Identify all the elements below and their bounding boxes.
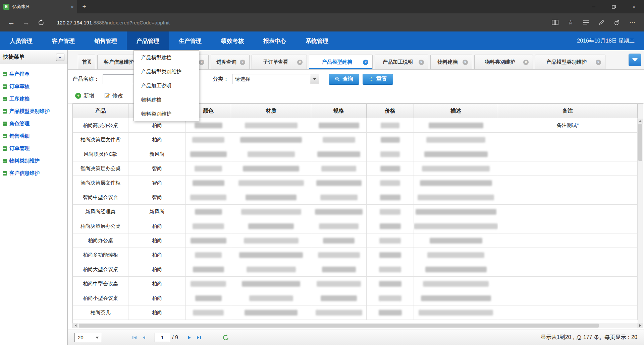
topnav-item-0[interactable]: 人员管理 — [0, 31, 42, 50]
vertical-scroll-thumb[interactable] — [638, 124, 642, 161]
table-row[interactable]: 智尚决策层文件柜智尚 — [73, 176, 638, 190]
menu-item-3[interactable]: 物料建档 — [134, 93, 199, 107]
tab-close-icon[interactable]: × — [297, 60, 303, 65]
tab-7[interactable]: 物料建档× — [430, 55, 472, 69]
sidebar-item-7[interactable]: 物料类别维护 — [3, 156, 65, 166]
table-row[interactable]: 柏尚决策层文件背柏尚 — [73, 133, 638, 147]
page-number-input[interactable] — [155, 333, 170, 342]
tab-9[interactable]: 产品模型类别维护× — [535, 55, 605, 69]
web-note-pen-icon[interactable] — [595, 16, 608, 28]
page-size-select[interactable]: 20 — [74, 333, 101, 342]
table-row[interactable]: 柏尚茶几柏尚 — [73, 305, 638, 320]
tab-close-icon[interactable]: × — [463, 60, 468, 65]
first-page-button[interactable] — [130, 333, 139, 342]
browser-tab-close-icon[interactable]: × — [71, 4, 74, 10]
tab-close-icon[interactable]: × — [199, 60, 204, 65]
menu-item-4[interactable]: 物料类别维护 — [134, 107, 199, 121]
table-row[interactable]: 风尚职员位C款新风尚 — [73, 147, 638, 161]
tab-close-icon[interactable]: × — [523, 60, 529, 65]
redacted-blob — [430, 238, 482, 244]
topnav-item-2[interactable]: 销售管理 — [85, 31, 127, 50]
window-close-button[interactable]: × — [624, 0, 644, 13]
menu-item-0[interactable]: 产品模型建档 — [134, 51, 199, 65]
select-dropdown-icon[interactable] — [310, 74, 319, 84]
tab-4[interactable]: 子订单查看× — [252, 55, 307, 69]
hub-icon[interactable] — [580, 16, 592, 28]
refresh-table-button[interactable] — [221, 333, 230, 342]
table-row[interactable]: 新风尚经理桌新风尚 — [73, 205, 638, 219]
add-button-label: 新增 — [84, 92, 94, 99]
cell-redacted — [367, 147, 414, 161]
sidebar-item-1[interactable]: 订单审核 — [3, 81, 65, 92]
table-row[interactable]: 柏尚中型会议桌柏尚 — [73, 277, 638, 291]
topnav-item-5[interactable]: 绩效考核 — [211, 31, 254, 50]
tab-6[interactable]: 产品加工说明× — [375, 55, 428, 69]
window-minimize-button[interactable]: ─ — [584, 0, 604, 13]
refresh-page-button[interactable] — [35, 16, 47, 28]
table-row[interactable]: 智尚决策层办公桌智尚 — [73, 161, 638, 176]
table-row[interactable]: 智尚中型会议台智尚 — [73, 190, 638, 205]
menu-item-1[interactable]: 产品模型类别维护 — [134, 65, 199, 79]
cell-redacted — [231, 291, 311, 305]
next-page-button[interactable] — [185, 333, 194, 342]
browser-tab[interactable]: E 亿尚家具 × — [0, 0, 77, 13]
sidebar-item-3[interactable]: 产品模型类别维护 — [3, 106, 65, 117]
table-row[interactable]: 柏尚多功能矮柜柏尚 — [73, 248, 638, 262]
sidebar-item-5[interactable]: 销售明细 — [3, 131, 65, 141]
cell-redacted — [311, 133, 367, 147]
tab-close-icon[interactable]: × — [596, 60, 601, 65]
topnav-item-1[interactable]: 客户管理 — [42, 31, 85, 50]
cell-redacted — [231, 277, 311, 291]
back-button[interactable]: ← — [5, 16, 17, 28]
prev-page-button[interactable] — [139, 333, 149, 342]
scroll-left-arrow[interactable] — [73, 323, 78, 328]
table-row[interactable]: 柏尚决策层办公桌柏尚 — [73, 219, 638, 233]
tab-0[interactable]: 首页 — [78, 55, 95, 69]
url-bar[interactable]: 120.27.194.191:8888/index.ered?reqCode=a… — [57, 20, 542, 25]
horizontal-scrollbar[interactable] — [72, 323, 643, 328]
horizontal-scroll-track[interactable] — [78, 323, 637, 328]
reset-button[interactable]: 重置 — [363, 74, 393, 85]
topnav-item-4[interactable]: 生产管理 — [169, 31, 211, 50]
tree-node-icon — [3, 109, 7, 114]
edit-button[interactable]: 修改 — [104, 92, 123, 99]
scroll-right-arrow[interactable] — [637, 323, 643, 328]
tab-3[interactable]: 进度查询× — [211, 55, 250, 69]
tab-overflow-button[interactable] — [629, 54, 641, 66]
tab-close-icon[interactable]: × — [240, 60, 245, 65]
vertical-scrollbar[interactable] — [638, 104, 643, 323]
horizontal-scroll-thumb[interactable] — [79, 324, 599, 328]
sidebar-item-4[interactable]: 角色管理 — [3, 119, 65, 129]
tab-label: 客户信息维护 — [102, 59, 136, 65]
table-row[interactable]: 柏尚大型会议桌柏尚 — [73, 262, 638, 277]
sidebar-item-2[interactable]: 工序建档 — [3, 94, 65, 104]
sidebar-item-8[interactable]: 客户信息维护 — [3, 168, 65, 179]
topnav-item-6[interactable]: 报表中心 — [254, 31, 296, 50]
redacted-blob — [421, 295, 491, 301]
scroll-up-arrow[interactable] — [638, 119, 643, 124]
topnav-item-3[interactable]: 产品管理 — [127, 31, 169, 50]
total-pages-label: / 9 — [172, 335, 178, 341]
share-icon[interactable] — [610, 16, 623, 28]
tab-5[interactable]: 产品模型建档× — [309, 55, 373, 69]
search-button[interactable]: 查询 — [329, 74, 359, 85]
last-page-button[interactable] — [194, 333, 204, 342]
menu-item-2[interactable]: 产品加工说明 — [134, 79, 199, 93]
sidebar-item-6[interactable]: 订单管理 — [3, 143, 65, 154]
reading-view-icon[interactable] — [549, 16, 561, 28]
tab-8[interactable]: 物料类别维护× — [474, 55, 533, 69]
category-select[interactable]: 请选择 — [232, 74, 319, 84]
tab-close-icon[interactable]: × — [363, 60, 368, 65]
window-restore-button[interactable] — [604, 0, 624, 13]
new-tab-button[interactable]: + — [77, 0, 91, 13]
add-button[interactable]: + 新增 — [75, 92, 94, 99]
more-actions-icon[interactable]: ⋯ — [626, 16, 639, 28]
forward-button[interactable]: → — [20, 16, 32, 28]
favorite-star-icon[interactable]: ☆ — [564, 16, 577, 28]
table-row[interactable]: 柏尚小型会议桌柏尚 — [73, 291, 638, 305]
table-row[interactable]: 柏尚办公桌柏尚 — [73, 233, 638, 248]
sidebar-collapse-button[interactable]: « — [56, 54, 64, 61]
tab-close-icon[interactable]: × — [419, 60, 424, 65]
topnav-item-7[interactable]: 系统管理 — [296, 31, 338, 50]
sidebar-item-0[interactable]: 生产排单 — [3, 69, 65, 79]
